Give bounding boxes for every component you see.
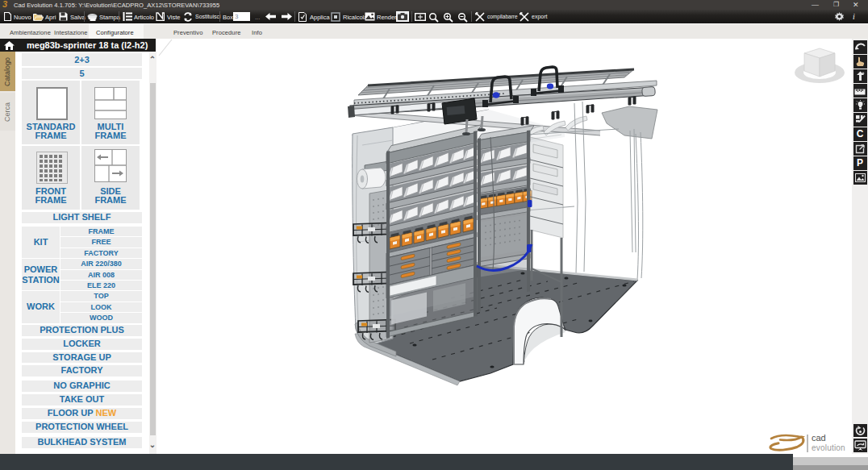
svg-text:cad: cad xyxy=(812,433,826,443)
svg-text:evolution: evolution xyxy=(812,443,845,452)
